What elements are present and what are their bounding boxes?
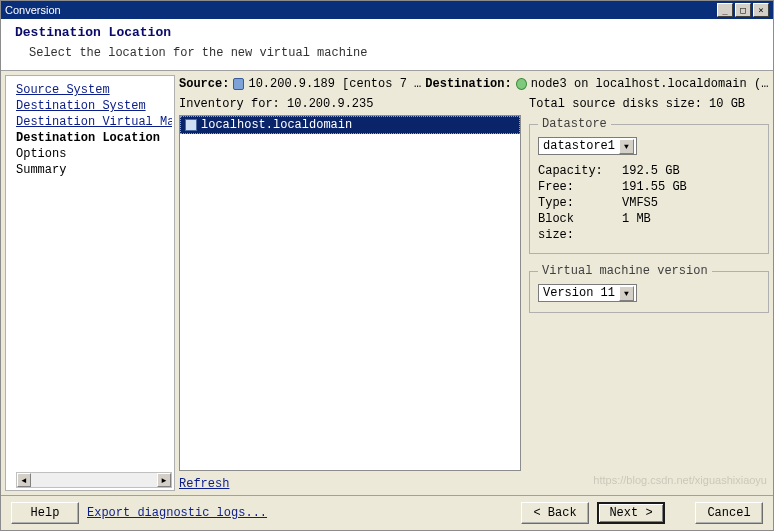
property-key: Capacity:	[538, 163, 616, 179]
source-label: Source:	[179, 77, 229, 91]
inventory-label: Inventory for: 10.200.9.235	[179, 97, 521, 111]
refresh-link[interactable]: Refresh	[179, 471, 521, 491]
wizard-header: Destination Location Select the location…	[1, 19, 773, 71]
property-key: Free:	[538, 179, 616, 195]
vm-version-select-value: Version 11	[543, 286, 615, 300]
step-current: Destination Location	[16, 130, 172, 146]
datastore-select[interactable]: datastore1 ▼	[538, 137, 637, 155]
titlebar: Conversion _ □ ×	[1, 1, 773, 19]
scroll-left-icon[interactable]: ◄	[17, 473, 31, 487]
globe-icon	[516, 78, 527, 90]
inventory-column: Inventory for: 10.200.9.235 localhost.lo…	[179, 97, 521, 491]
steps-pane: Source SystemDestination SystemDestinati…	[5, 75, 175, 491]
middle-row: Inventory for: 10.200.9.235 localhost.lo…	[179, 97, 769, 491]
content-pane: Source: 10.200.9.189 [centos 7 … Destina…	[179, 75, 769, 491]
inventory-item-label: localhost.localdomain	[201, 118, 352, 132]
host-icon	[185, 119, 197, 131]
step-upcoming: Options	[16, 146, 172, 162]
vm-version-legend: Virtual machine version	[538, 264, 712, 278]
window-title: Conversion	[5, 4, 717, 16]
datastore-group: Datastore datastore1 ▼ Capacity:192.5 GB…	[529, 117, 769, 254]
wizard-footer: Help Export diagnostic logs... < Back Ne…	[1, 495, 773, 530]
inventory-host: 10.200.9.235	[287, 97, 373, 111]
inventory-item-selected[interactable]: localhost.localdomain	[180, 116, 520, 134]
property-key: Block size:	[538, 211, 616, 243]
inventory-tree[interactable]: localhost.localdomain	[179, 115, 521, 471]
property-key: Type:	[538, 195, 616, 211]
datastore-property-row: Free:191.55 GB	[538, 179, 760, 195]
steps-horizontal-scrollbar[interactable]: ◄ ►	[16, 472, 172, 488]
back-button[interactable]: < Back	[521, 502, 589, 524]
chevron-down-icon: ▼	[619, 286, 634, 301]
page-subtitle: Select the location for the new virtual …	[15, 46, 763, 60]
cancel-button[interactable]: Cancel	[695, 502, 763, 524]
step-link[interactable]: Destination System	[16, 98, 172, 114]
source-destination-bar: Source: 10.200.9.189 [centos 7 … Destina…	[179, 75, 769, 97]
properties-column: Total source disks size: 10 GB Datastore…	[529, 97, 769, 491]
scroll-right-icon[interactable]: ►	[157, 473, 171, 487]
datastore-legend: Datastore	[538, 117, 611, 131]
maximize-button[interactable]: □	[735, 3, 751, 17]
datastore-property-row: Block size:1 MB	[538, 211, 760, 243]
page-title: Destination Location	[15, 25, 763, 40]
next-button[interactable]: Next >	[597, 502, 665, 524]
inventory-label-prefix: Inventory for:	[179, 97, 280, 111]
step-upcoming: Summary	[16, 162, 172, 178]
property-value: 192.5 GB	[622, 163, 680, 179]
property-value: VMFS5	[622, 195, 658, 211]
export-logs-link[interactable]: Export diagnostic logs...	[87, 506, 267, 520]
datastore-property-row: Type:VMFS5	[538, 195, 760, 211]
steps-list: Source SystemDestination SystemDestinati…	[16, 82, 172, 472]
property-value: 1 MB	[622, 211, 651, 243]
vm-version-select[interactable]: Version 11 ▼	[538, 284, 637, 302]
app-window: Conversion _ □ × Destination Location Se…	[0, 0, 774, 531]
datastore-property-row: Capacity:192.5 GB	[538, 163, 760, 179]
destination-value: node3 on localhost.localdomain (VMware E…	[531, 77, 769, 91]
window-controls: _ □ ×	[717, 3, 769, 17]
total-disks-label: Total source disks size: 10 GB	[529, 97, 769, 111]
help-button[interactable]: Help	[11, 502, 79, 524]
vm-version-group: Virtual machine version Version 11 ▼	[529, 264, 769, 313]
step-link[interactable]: Source System	[16, 82, 172, 98]
datastore-select-value: datastore1	[543, 139, 615, 153]
wizard-body: Source SystemDestination SystemDestinati…	[1, 71, 773, 495]
close-button[interactable]: ×	[753, 3, 769, 17]
source-value: 10.200.9.189 [centos 7 …	[248, 77, 421, 91]
server-icon	[233, 78, 244, 90]
step-link[interactable]: Destination Virtual Machine	[16, 114, 172, 130]
destination-label: Destination:	[425, 77, 511, 91]
chevron-down-icon: ▼	[619, 139, 634, 154]
minimize-button[interactable]: _	[717, 3, 733, 17]
property-value: 191.55 GB	[622, 179, 687, 195]
